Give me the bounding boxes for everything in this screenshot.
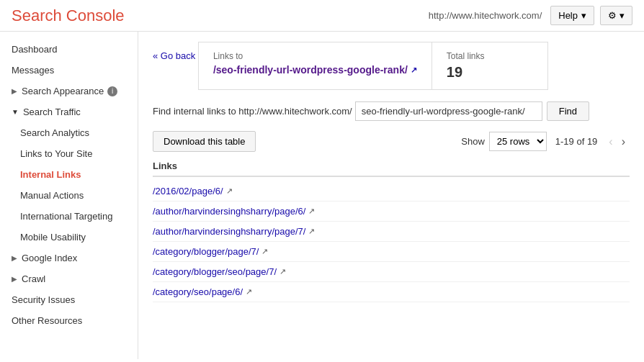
stats-links-to-cell: Links to /seo-friendly-url-wordpress-goo… bbox=[199, 42, 432, 89]
expand-arrow-icon: ▶ bbox=[12, 275, 17, 283]
stats-total-label: Total links bbox=[447, 51, 533, 61]
rows-per-page-select[interactable]: 25 rows bbox=[489, 132, 547, 151]
link-row: /author/harvindersinghsharry/page/7/ ↗ bbox=[153, 222, 630, 242]
link-row: /author/harvindersinghsharry/page/6/ ↗ bbox=[153, 202, 630, 222]
prev-page-button[interactable]: ‹ bbox=[604, 134, 617, 150]
sidebar-item-label: International Targeting bbox=[20, 211, 112, 222]
stats-total-links-cell: Total links 19 bbox=[432, 42, 547, 89]
link-url-text: /category/blogger/page/7/ bbox=[153, 246, 259, 257]
sidebar-section-search-appearance[interactable]: ▶ Search Appearance i bbox=[0, 81, 138, 101]
sidebar-item-label: Other Resources bbox=[12, 315, 82, 326]
find-bar: Find internal links to http://www.hitech… bbox=[153, 101, 630, 121]
site-url: http://www.hitechwork.com/ bbox=[429, 10, 542, 21]
find-bar-input[interactable] bbox=[355, 101, 542, 121]
help-label: Help bbox=[558, 10, 578, 21]
main-content: « Go back Links to /seo-friendly-url-wor… bbox=[138, 32, 644, 359]
sidebar-item-label: Security Issues bbox=[12, 294, 75, 305]
gear-icon: ⚙ bbox=[608, 10, 617, 21]
link-item[interactable]: /category/blogger/seo/page/7/ bbox=[153, 266, 277, 277]
link-item[interactable]: /author/harvindersinghsharry/page/7/ bbox=[153, 226, 305, 237]
link-row: /category/blogger/seo/page/7/ ↗ bbox=[153, 262, 630, 282]
find-button[interactable]: Find bbox=[547, 101, 589, 121]
stats-total-count: 19 bbox=[447, 64, 533, 81]
link-item[interactable]: /category/seo/page/6/ bbox=[153, 286, 243, 297]
link-url-text: /author/harvindersinghsharry/page/7/ bbox=[153, 226, 305, 237]
external-link-icon: ↗ bbox=[261, 247, 268, 256]
link-item[interactable]: /2016/02/page/6/ bbox=[153, 186, 223, 196]
download-table-button[interactable]: Download this table bbox=[153, 131, 256, 152]
link-row: /category/blogger/page/7/ ↗ bbox=[153, 242, 630, 262]
links-header: Links bbox=[153, 160, 630, 177]
link-row: /category/seo/page/6/ ↗ bbox=[153, 282, 630, 302]
help-button[interactable]: Help ▾ bbox=[550, 6, 594, 25]
stats-links-to-url[interactable]: /seo-friendly-url-wordpress-google-rank/… bbox=[213, 64, 417, 76]
link-url-text: /category/seo/page/6/ bbox=[153, 286, 243, 297]
sidebar-item-label: Dashboard bbox=[12, 44, 58, 55]
sidebar-section-search-traffic[interactable]: ▼ Search Traffic bbox=[0, 101, 138, 122]
sidebar-item-label: Search Analytics bbox=[20, 127, 89, 138]
sidebar-section-label: Search Appearance bbox=[22, 86, 104, 96]
link-item[interactable]: /category/blogger/page/7/ bbox=[153, 246, 259, 257]
sidebar-section-google-index[interactable]: ▶ Google Index bbox=[0, 248, 138, 268]
link-row: /2016/02/page/6/ ↗ bbox=[153, 181, 630, 202]
sidebar-item-other-resources[interactable]: Other Resources bbox=[0, 310, 138, 331]
app-title: Search Console bbox=[12, 6, 429, 25]
sidebar-item-international-targeting[interactable]: International Targeting bbox=[0, 206, 138, 227]
sidebar-section-label: Crawl bbox=[22, 273, 45, 284]
go-back-link[interactable]: « Go back bbox=[153, 50, 195, 61]
page-range: 1-19 of 19 bbox=[555, 136, 598, 147]
pagination-info: Show 25 rows 1-19 of 19 ‹ › bbox=[461, 132, 630, 151]
show-label: Show bbox=[461, 136, 485, 147]
sidebar-item-label: Links to Your Site bbox=[20, 148, 92, 159]
link-url-text: /2016/02/page/6/ bbox=[153, 186, 223, 196]
header: Search Console http://www.hitechwork.com… bbox=[0, 0, 644, 32]
layout: Dashboard Messages ▶ Search Appearance i… bbox=[0, 32, 644, 359]
sidebar-item-label: Internal Links bbox=[20, 169, 81, 180]
sidebar-item-label: Manual Actions bbox=[20, 190, 84, 201]
sidebar-item-mobile-usability[interactable]: Mobile Usability bbox=[0, 227, 138, 248]
sidebar-item-links-to-your-site[interactable]: Links to Your Site bbox=[0, 143, 138, 164]
external-link-icon: ↗ bbox=[279, 267, 286, 276]
info-icon[interactable]: i bbox=[107, 86, 117, 96]
link-item[interactable]: /author/harvindersinghsharry/page/6/ bbox=[153, 206, 305, 217]
expand-arrow-icon: ▶ bbox=[12, 87, 17, 95]
external-link-icon: ↗ bbox=[308, 207, 315, 216]
settings-caret-icon: ▾ bbox=[620, 10, 625, 21]
sidebar-item-messages[interactable]: Messages bbox=[0, 60, 138, 81]
sidebar-item-label: Mobile Usability bbox=[20, 232, 86, 243]
expand-arrow-icon: ▼ bbox=[12, 108, 19, 116]
external-link-icon: ↗ bbox=[411, 65, 417, 75]
stats-box: Links to /seo-friendly-url-wordpress-goo… bbox=[198, 42, 548, 90]
sidebar-section-crawl[interactable]: ▶ Crawl bbox=[0, 268, 138, 289]
sidebar-section-label: Google Index bbox=[22, 253, 77, 263]
stats-url-text: /seo-friendly-url-wordpress-google-rank/ bbox=[213, 64, 408, 76]
external-link-icon: ↗ bbox=[226, 186, 233, 196]
sidebar: Dashboard Messages ▶ Search Appearance i… bbox=[0, 32, 138, 359]
sidebar-item-dashboard[interactable]: Dashboard bbox=[0, 39, 138, 60]
stats-links-to-label: Links to bbox=[213, 51, 417, 61]
sidebar-item-manual-actions[interactable]: Manual Actions bbox=[0, 185, 138, 206]
link-url-text: /category/blogger/seo/page/7/ bbox=[153, 266, 277, 277]
links-section: Links /2016/02/page/6/ ↗ /author/harvind… bbox=[153, 160, 630, 302]
toolbar: Download this table Show 25 rows 1-19 of… bbox=[153, 131, 630, 152]
next-page-button[interactable]: › bbox=[617, 134, 630, 150]
sidebar-item-internal-links[interactable]: Internal Links bbox=[0, 164, 138, 185]
sidebar-item-security-issues[interactable]: Security Issues bbox=[0, 289, 138, 310]
sidebar-item-label: Messages bbox=[12, 65, 54, 76]
help-caret-icon: ▾ bbox=[581, 10, 586, 21]
sidebar-section-label: Search Traffic bbox=[23, 107, 81, 117]
settings-button[interactable]: ⚙ ▾ bbox=[600, 6, 632, 25]
external-link-icon: ↗ bbox=[308, 227, 315, 236]
link-url-text: /author/harvindersinghsharry/page/6/ bbox=[153, 206, 305, 217]
expand-arrow-icon: ▶ bbox=[12, 254, 17, 262]
sidebar-item-search-analytics[interactable]: Search Analytics bbox=[0, 122, 138, 143]
external-link-icon: ↗ bbox=[246, 287, 252, 297]
find-bar-label: Find internal links to http://www.hitech… bbox=[153, 106, 352, 117]
